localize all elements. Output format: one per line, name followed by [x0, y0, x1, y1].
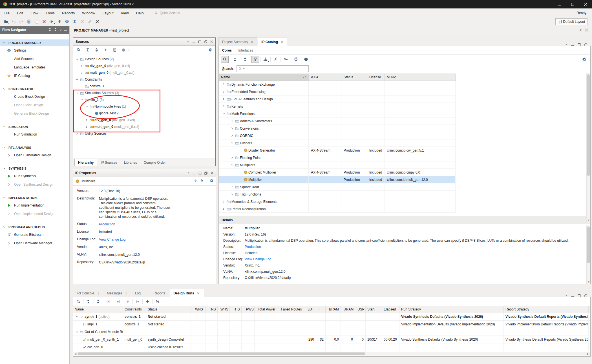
catalog-row[interactable]: Multipliers: [219, 161, 456, 169]
flow-item-open-elaborated-design[interactable]: Open Elaborated Design: [0, 151, 69, 159]
design-run-row[interactable]: synth_1 (active)constrs_1Not startedViva…: [73, 313, 590, 321]
step-forward-icon[interactable]: [134, 298, 141, 305]
customize-ip-icon[interactable]: [272, 56, 279, 63]
sources-tab-libraries[interactable]: Libraries: [121, 159, 140, 166]
tab-design-runs[interactable]: Design Runs✕: [169, 289, 204, 297]
menu-flow[interactable]: Flow: [27, 8, 42, 17]
settings-gear-icon[interactable]: [207, 47, 214, 53]
close-icon[interactable]: [585, 28, 588, 32]
sources-tab-compile-order[interactable]: Compile Order: [140, 159, 169, 166]
flow-item-run-synthesis[interactable]: Run Synthesis: [0, 172, 69, 180]
flow-section-header[interactable]: RTL ANALYSIS: [0, 144, 69, 151]
sources-tab-ip-sources[interactable]: IP Sources: [97, 159, 120, 166]
catalog-row[interactable]: Conversions: [219, 125, 456, 132]
info-icon[interactable]: [302, 56, 310, 63]
flow-item-open-implemented-design[interactable]: Open Implemented Design: [0, 210, 69, 218]
layout-selector[interactable]: Default Layout: [555, 18, 587, 25]
help-icon[interactable]: ?: [59, 28, 61, 32]
source-tree-item[interactable]: Non-module Files (1): [73, 103, 215, 110]
catalog-row[interactable]: FPGA Features and Design: [219, 96, 456, 103]
source-tree-item[interactable]: Design Sources (2): [73, 56, 215, 63]
flow-section-header[interactable]: PROGRAM AND DEBUG: [0, 224, 69, 230]
search-icon[interactable]: [75, 298, 82, 305]
column-header-status[interactable]: Status: [341, 74, 367, 81]
close-panel-icon[interactable]: [210, 172, 213, 175]
settings-gear-icon[interactable]: [210, 179, 213, 183]
flow-section-header[interactable]: SIMULATION: [0, 123, 69, 130]
open-recent-project-icon[interactable]: [2, 18, 10, 25]
report-sum-icon[interactable]: Σ: [71, 18, 78, 25]
menu-layout[interactable]: Layout: [99, 8, 117, 17]
chevron-down-icon[interactable]: [75, 78, 79, 81]
settings-icon[interactable]: [63, 18, 71, 25]
search-icon[interactable]: [221, 56, 229, 63]
source-tree-item[interactable]: constrs_1: [73, 83, 215, 90]
chevron-right-icon[interactable]: [230, 134, 234, 137]
column-header-status[interactable]: Status: [146, 306, 191, 313]
collapse-all-icon[interactable]: [231, 56, 239, 63]
tab-cores[interactable]: Cores: [222, 48, 232, 52]
catalog-row[interactable]: Square Root: [219, 183, 456, 191]
flow-item-generate-block-design[interactable]: Generate Block Design: [0, 109, 69, 118]
tab-interfaces[interactable]: Interfaces: [238, 48, 253, 52]
design-run-row[interactable]: mult_gen_0_synth_1mult_gen_0synth_design…: [73, 336, 590, 343]
create-run-icon[interactable]: [144, 298, 151, 305]
expand-all-icon[interactable]: [54, 28, 57, 32]
chevron-down-icon[interactable]: [80, 98, 84, 101]
generate-bitstream-icon[interactable]: 01: [56, 18, 63, 25]
catalog-row[interactable]: CORDIC: [219, 132, 456, 139]
flow-item-run-simulation[interactable]: Run Simulation: [0, 130, 69, 139]
minimize-window-icon[interactable]: [553, 0, 566, 8]
property-value[interactable]: View Change Log: [245, 257, 271, 261]
catalog-row[interactable]: Math Functions: [219, 110, 456, 117]
undo-icon[interactable]: [10, 18, 17, 25]
sources-tab-hierarchy[interactable]: Hierarchy: [74, 159, 97, 166]
maximize-panel-icon[interactable]: [198, 172, 202, 175]
catalog-row[interactable]: Dividers: [219, 139, 456, 147]
help-icon[interactable]: ?: [580, 28, 582, 32]
column-header-constraints[interactable]: Constraints: [123, 306, 146, 313]
catalog-row[interactable]: Embedded Processing: [219, 88, 456, 96]
property-value[interactable]: Production: [245, 245, 261, 249]
source-tree-item[interactable]: ipcore_test.v: [73, 110, 215, 117]
copy-icon[interactable]: [33, 18, 40, 25]
horizontal-scrollbar[interactable]: ◀ ▶: [74, 352, 590, 356]
catalog-row[interactable]: Divider GeneratorAXI4-StreamProductionIn…: [219, 147, 456, 154]
column-header-start[interactable]: Start: [366, 306, 382, 313]
column-header-name[interactable]: Name∧ 1: [219, 74, 309, 81]
redo-icon[interactable]: [17, 18, 25, 25]
catalog-row[interactable]: Dynamic Function eXchange: [219, 81, 456, 88]
chevron-right-icon[interactable]: [85, 125, 89, 128]
chevron-right-icon[interactable]: [230, 185, 234, 188]
minimize-panel-icon[interactable]: [192, 40, 195, 43]
flow-item-language-templates[interactable]: Language Templates: [0, 63, 69, 72]
close-window-icon[interactable]: [579, 0, 592, 8]
flow-section-header[interactable]: PROJECT MANAGER: [0, 39, 69, 46]
chevron-down-icon[interactable]: [230, 163, 234, 167]
flow-item-ip-catalog[interactable]: IP Catalog: [0, 72, 69, 80]
column-header-failed-routes[interactable]: Failed Routes: [277, 306, 304, 313]
chevron-right-icon[interactable]: [75, 132, 79, 135]
validate-icon[interactable]: [78, 18, 86, 25]
catalog-row[interactable]: Memories & Storage Elements: [219, 198, 456, 205]
column-header-wns[interactable]: WNS: [191, 306, 206, 313]
tab-log[interactable]: Log|: [131, 289, 149, 297]
maximize-panel-icon[interactable]: [198, 40, 201, 43]
chevron-right-icon[interactable]: [222, 105, 226, 108]
catalog-row[interactable]: Complex MultiplierAXI4-StreamProductionI…: [219, 169, 456, 176]
show-file-icon[interactable]: ?: [111, 47, 118, 53]
group-by-hierarchy-icon[interactable]: [262, 56, 269, 63]
collapse-all-icon[interactable]: [48, 28, 51, 32]
tab-tcl-console[interactable]: Tcl Console|: [73, 289, 103, 297]
edit-icon[interactable]: [86, 18, 94, 25]
resume-icon[interactable]: [124, 298, 131, 305]
source-tree-item[interactable]: Utility Sources: [73, 130, 215, 137]
column-header-dsp[interactable]: DSP: [355, 306, 366, 313]
column-header-elapsed[interactable]: Elapsed: [382, 306, 399, 313]
menu-window[interactable]: Window: [78, 8, 99, 17]
column-header-tpws[interactable]: TPWS: [242, 306, 255, 313]
filter-incompatible-icon[interactable]: [251, 56, 259, 63]
source-tree-item[interactable]: div_gen_0 (div_gen_0.xci): [73, 117, 215, 123]
step-back-icon[interactable]: [114, 298, 122, 305]
chevron-right-icon[interactable]: [80, 65, 84, 68]
